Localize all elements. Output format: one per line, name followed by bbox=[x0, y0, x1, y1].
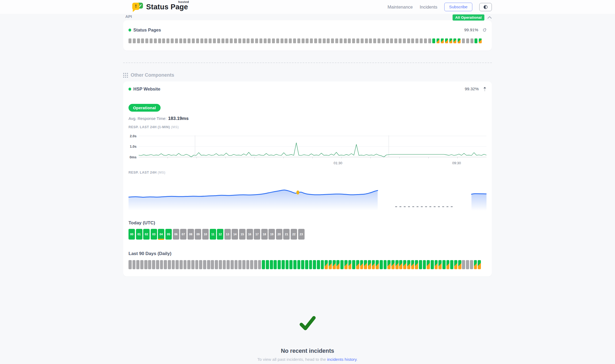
uptime-bar[interactable] bbox=[293, 38, 296, 43]
uptime-bar[interactable] bbox=[344, 260, 348, 269]
refresh-icon[interactable] bbox=[482, 28, 486, 32]
uptime-bar[interactable] bbox=[203, 260, 206, 269]
uptime-bar[interactable] bbox=[361, 38, 364, 43]
hour-block[interactable]: 16 bbox=[247, 229, 253, 240]
uptime-bar[interactable] bbox=[432, 38, 435, 43]
uptime-bar[interactable] bbox=[246, 260, 250, 269]
uptime-bar[interactable] bbox=[449, 38, 452, 43]
site-logo[interactable]: ! Status Pagehosted bbox=[132, 3, 188, 11]
uptime-bar[interactable] bbox=[258, 260, 261, 269]
uptime-bar[interactable] bbox=[407, 260, 410, 269]
uptime-bar[interactable] bbox=[344, 38, 347, 43]
uptime-bar[interactable] bbox=[423, 260, 426, 269]
hour-block[interactable]: 11 bbox=[210, 229, 216, 240]
uptime-bar[interactable] bbox=[318, 38, 321, 43]
chevron-up-icon[interactable] bbox=[487, 16, 492, 19]
uptime-bar[interactable] bbox=[264, 38, 267, 43]
uptime-bar[interactable] bbox=[302, 38, 305, 43]
uptime-bar[interactable] bbox=[360, 260, 363, 269]
uptime-bar[interactable] bbox=[148, 260, 151, 269]
uptime-bar[interactable] bbox=[255, 38, 258, 43]
uptime-bar[interactable] bbox=[164, 260, 167, 269]
hour-block[interactable]: 03 bbox=[151, 229, 157, 240]
hour-block[interactable]: 12 bbox=[217, 229, 223, 240]
uptime-bar[interactable] bbox=[317, 260, 320, 269]
uptime-bar[interactable] bbox=[187, 260, 190, 269]
theme-toggle-button[interactable] bbox=[479, 3, 492, 11]
uptime-bar[interactable] bbox=[191, 260, 194, 269]
uptime-bar[interactable] bbox=[305, 260, 308, 269]
hour-block[interactable]: 18 bbox=[261, 229, 268, 240]
uptime-bar[interactable] bbox=[470, 260, 473, 269]
response-time-area-chart[interactable] bbox=[129, 182, 486, 214]
uptime-bar[interactable] bbox=[175, 38, 178, 43]
uptime-bar[interactable] bbox=[217, 38, 220, 43]
uptime-bar[interactable] bbox=[376, 260, 379, 269]
uptime-bar[interactable] bbox=[411, 260, 414, 269]
uptime-bar[interactable] bbox=[377, 38, 380, 43]
hour-block[interactable]: 15 bbox=[239, 229, 246, 240]
uptime-bar[interactable] bbox=[382, 38, 385, 43]
uptime-bar[interactable] bbox=[250, 260, 253, 269]
uptime-bar[interactable] bbox=[156, 260, 159, 269]
uptime-bar[interactable] bbox=[230, 38, 233, 43]
uptime-bar[interactable] bbox=[141, 38, 144, 43]
uptime-bar[interactable] bbox=[474, 38, 477, 43]
uptime-bar[interactable] bbox=[282, 260, 285, 269]
uptime-bar[interactable] bbox=[427, 260, 430, 269]
hour-block[interactable]: 21 bbox=[283, 229, 290, 240]
uptime-bar[interactable] bbox=[145, 38, 148, 43]
hour-block[interactable]: 14 bbox=[232, 229, 238, 240]
uptime-bar[interactable] bbox=[329, 260, 332, 269]
uptime-bar[interactable] bbox=[231, 260, 234, 269]
uptime-bar[interactable] bbox=[368, 260, 371, 269]
uptime-bar[interactable] bbox=[209, 38, 212, 43]
uptime-bar[interactable] bbox=[321, 260, 324, 269]
uptime-bar[interactable] bbox=[272, 38, 275, 43]
uptime-bar[interactable] bbox=[424, 38, 427, 43]
uptime-bar[interactable] bbox=[176, 260, 179, 269]
uptime-bar[interactable] bbox=[242, 260, 246, 269]
uptime-bar[interactable] bbox=[162, 38, 165, 43]
uptime-bar[interactable] bbox=[136, 260, 139, 269]
uptime-bar[interactable] bbox=[335, 38, 338, 43]
uptime-bar[interactable] bbox=[289, 260, 293, 269]
uptime-bar[interactable] bbox=[254, 260, 257, 269]
hour-block[interactable]: 10 bbox=[202, 229, 209, 240]
uptime-bar[interactable] bbox=[407, 38, 410, 43]
uptime-bar[interactable] bbox=[234, 38, 237, 43]
uptime-bar[interactable] bbox=[420, 38, 423, 43]
uptime-bar[interactable] bbox=[331, 38, 334, 43]
uptime-bar[interactable] bbox=[340, 38, 342, 43]
uptime-bar[interactable] bbox=[479, 38, 482, 43]
uptime-bar[interactable] bbox=[415, 38, 418, 43]
uptime-bar[interactable] bbox=[352, 38, 355, 43]
uptime-bar[interactable] bbox=[274, 260, 277, 269]
uptime-bar[interactable] bbox=[150, 38, 153, 43]
uptime-bar[interactable] bbox=[247, 38, 250, 43]
uptime-bar[interactable] bbox=[213, 38, 216, 43]
hour-block[interactable]: 17 bbox=[254, 229, 260, 240]
uptime-bar[interactable] bbox=[200, 38, 203, 43]
hour-block[interactable]: 07 bbox=[180, 229, 186, 240]
uptime-bar[interactable] bbox=[268, 38, 271, 43]
uptime-bar[interactable] bbox=[437, 38, 439, 43]
uptime-bar[interactable] bbox=[285, 38, 287, 43]
uptime-bar[interactable] bbox=[387, 260, 391, 269]
chart-marker-dot[interactable] bbox=[296, 190, 299, 194]
uptime-bar[interactable] bbox=[129, 260, 132, 269]
uptime-bar[interactable] bbox=[446, 260, 450, 269]
uptime-bar[interactable] bbox=[225, 38, 228, 43]
uptime-bar[interactable] bbox=[180, 260, 183, 269]
uptime-bar[interactable] bbox=[171, 38, 174, 43]
uptime-bar[interactable] bbox=[399, 260, 402, 269]
uptime-bar[interactable] bbox=[243, 38, 246, 43]
uptime-bar[interactable] bbox=[356, 260, 359, 269]
uptime-bar[interactable] bbox=[373, 38, 376, 43]
nav-maintenance[interactable]: Maintenance bbox=[388, 5, 413, 10]
uptime-bar[interactable] bbox=[419, 260, 422, 269]
uptime-bar[interactable] bbox=[297, 38, 300, 43]
uptime-bar[interactable] bbox=[428, 38, 431, 43]
uptime-bar[interactable] bbox=[314, 38, 317, 43]
hour-block[interactable]: 20 bbox=[276, 229, 282, 240]
